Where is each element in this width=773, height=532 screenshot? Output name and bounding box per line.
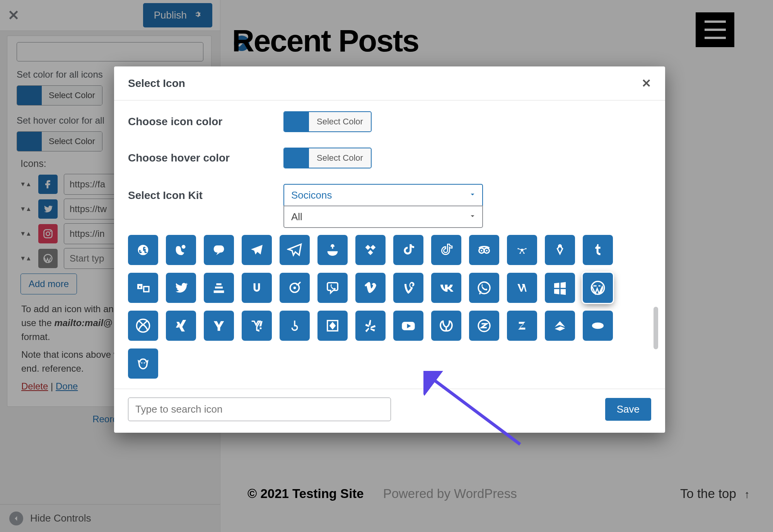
icon-option-tiktok-alt[interactable]: [431, 235, 461, 265]
svg-rect-17: [139, 286, 140, 288]
color-swatch-icon: [284, 112, 309, 131]
icon-option-zazzle[interactable]: [469, 311, 499, 341]
icon-filter-value: All: [283, 206, 483, 228]
svg-point-23: [260, 327, 262, 329]
icon-kit-select[interactable]: Socicons: [283, 184, 483, 206]
icon-option-vine[interactable]: [393, 273, 423, 303]
icon-option-xbox[interactable]: [128, 311, 158, 341]
icon-option-whatsapp[interactable]: [469, 273, 499, 303]
icon-option-u-logo[interactable]: [242, 273, 272, 303]
icon-option-swarm[interactable]: [166, 235, 196, 265]
icon-search-input[interactable]: [128, 398, 391, 421]
svg-point-28: [141, 362, 142, 364]
svg-point-19: [294, 287, 296, 289]
svg-point-14: [559, 245, 561, 248]
icon-option-yelp[interactable]: [355, 311, 386, 341]
save-button[interactable]: Save: [605, 398, 651, 421]
icon-option-diamond[interactable]: [317, 311, 348, 341]
svg-point-27: [592, 323, 604, 329]
icon-option-wordpress[interactable]: [583, 273, 613, 303]
icon-option-stumbleupon[interactable]: [128, 235, 158, 265]
choose-hover-color-label: Choose hover color: [128, 152, 283, 164]
modal-body: Choose icon color Select Color Choose ho…: [114, 100, 665, 389]
icon-option-tiktok[interactable]: [393, 235, 423, 265]
icon-option-wikipedia[interactable]: [507, 273, 537, 303]
icon-color-picker[interactable]: Select Color: [283, 111, 372, 132]
icon-option-telegram-plane[interactable]: [280, 235, 310, 265]
icon-option-z-logo[interactable]: [507, 311, 537, 341]
icon-option-fork[interactable]: [545, 235, 575, 265]
icon-option-zomato[interactable]: [583, 311, 613, 341]
close-modal-button[interactable]: ✕: [642, 76, 651, 90]
icon-option-vimeo[interactable]: [355, 273, 386, 303]
svg-rect-4: [214, 245, 224, 252]
icon-option-zynga[interactable]: [128, 348, 158, 379]
modal-footer: Save: [114, 389, 665, 433]
icon-option-chat[interactable]: [204, 235, 234, 265]
icon-option-telegram[interactable]: [242, 235, 272, 265]
icon-grid: [128, 235, 651, 379]
icon-option-viber[interactable]: [317, 273, 348, 303]
choose-icon-color-label: Choose icon color: [128, 116, 283, 128]
svg-rect-16: [144, 287, 149, 292]
icon-option-tidal[interactable]: [355, 235, 386, 265]
icon-option-vk[interactable]: [431, 273, 461, 303]
icon-option-twitter[interactable]: [166, 273, 196, 303]
modal-header: Select Icon ✕: [114, 66, 665, 100]
scrollbar-thumb[interactable]: [654, 307, 658, 349]
icon-option-tunein[interactable]: [128, 273, 158, 303]
select-icon-modal: Select Icon ✕ Choose icon color Select C…: [114, 66, 665, 433]
icon-option-xing[interactable]: [166, 311, 196, 341]
icon-option-tumblr[interactable]: [583, 235, 613, 265]
icon-option-tripadvisor[interactable]: [469, 235, 499, 265]
icon-kit-value: Socicons: [283, 184, 483, 206]
icon-option-thumb[interactable]: [317, 235, 348, 265]
icon-option-windows[interactable]: [545, 273, 575, 303]
svg-point-8: [486, 250, 488, 252]
icon-option-target[interactable]: [280, 273, 310, 303]
select-color-button[interactable]: Select Color: [309, 112, 371, 131]
icon-option-zillow[interactable]: [545, 311, 575, 341]
icon-option-stack[interactable]: [204, 273, 234, 303]
modal-title: Select Icon: [128, 77, 185, 90]
icon-option-y-pipe[interactable]: [280, 311, 310, 341]
select-color-button[interactable]: Select Color: [309, 148, 371, 168]
svg-point-7: [481, 250, 482, 252]
svg-point-29: [144, 362, 145, 364]
select-icon-kit-label: Select Icon Kit: [128, 184, 283, 202]
icon-option-yahoo[interactable]: [204, 311, 234, 341]
icon-option-yahoo-alt[interactable]: [242, 311, 272, 341]
hover-color-picker[interactable]: Select Color: [283, 148, 372, 168]
icon-option-y-curl[interactable]: [431, 311, 461, 341]
icon-option-sparkle[interactable]: [507, 235, 537, 265]
icon-option-youtube[interactable]: [393, 311, 423, 341]
icon-filter-select[interactable]: All: [283, 206, 483, 228]
color-swatch-icon: [284, 148, 309, 168]
